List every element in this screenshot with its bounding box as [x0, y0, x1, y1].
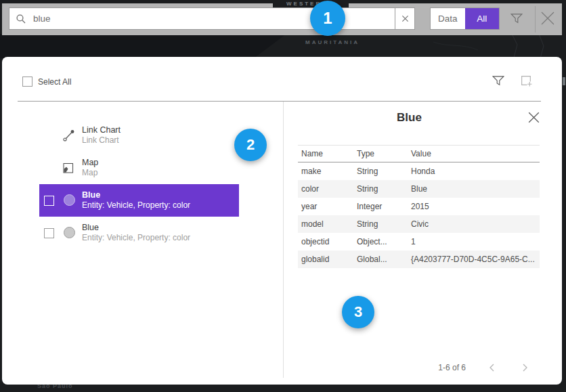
result-icon-slot — [64, 129, 76, 141]
square-plus-icon — [520, 74, 533, 87]
column-header-type: Type — [353, 149, 408, 158]
result-subtitle: Map — [82, 168, 98, 177]
cell-type: String — [353, 167, 408, 176]
cell-value: Honda — [408, 167, 540, 176]
close-x-icon — [540, 10, 556, 26]
search-box[interactable] — [9, 7, 415, 30]
result-item[interactable]: Blue Entity: Vehicle, Property: color — [39, 217, 239, 249]
pagination: 1-6 of 6 — [438, 362, 531, 374]
result-checkbox[interactable] — [44, 228, 54, 238]
result-subtitle: Link Chart — [82, 135, 121, 145]
map-label-mauritania: MAURITANIA — [305, 39, 360, 45]
table-header-row: Name Type Value — [298, 145, 540, 162]
select-all-checkbox[interactable] — [22, 77, 32, 87]
funnel-icon — [492, 74, 504, 87]
close-x-icon — [528, 112, 540, 123]
pagination-label: 1-6 of 6 — [438, 363, 466, 372]
filter-button[interactable] — [510, 12, 523, 24]
toggle-option-all[interactable]: All — [465, 8, 500, 29]
pagination-next-button[interactable] — [519, 362, 531, 374]
table-row: color String Blue — [298, 180, 540, 198]
chevron-right-icon — [521, 363, 528, 372]
cell-value: 1 — [408, 237, 540, 246]
callout-3: 3 — [342, 296, 374, 328]
funnel-icon — [510, 12, 523, 24]
properties-table: Name Type Value make String Honda color … — [298, 145, 540, 268]
search-icon — [16, 14, 26, 24]
result-icon-slot — [64, 227, 76, 239]
table-body: make String Honda color String Blue year… — [298, 162, 540, 268]
clear-search-button[interactable] — [395, 8, 414, 29]
cell-value: Civic — [408, 219, 540, 229]
select-all-label: Select All — [38, 77, 71, 87]
result-title: Blue — [82, 190, 190, 200]
pagination-prev-button[interactable] — [486, 362, 498, 374]
callout-2: 2 — [234, 129, 267, 161]
cell-name: color — [298, 184, 353, 194]
column-header-value: Value — [408, 149, 540, 158]
result-title: Map — [82, 158, 98, 168]
result-text: Blue Entity: Vehicle, Property: color — [82, 190, 190, 210]
cell-value: Blue — [408, 184, 540, 194]
cell-type: Global... — [353, 255, 408, 264]
cell-value: {A4203777-D70D-4C5C-9A65-C... — [408, 255, 540, 264]
cell-value: 2015 — [408, 202, 540, 211]
results-filter-button[interactable] — [492, 74, 504, 87]
scrollbar-thumb[interactable] — [563, 77, 565, 85]
result-text: Map Map — [82, 158, 98, 177]
result-checkbox[interactable] — [44, 196, 54, 206]
result-title: Link Chart — [82, 125, 121, 135]
clear-x-icon — [401, 15, 409, 22]
table-row: make String Honda — [298, 162, 540, 180]
app-window: MAURITANIA São Paulo Data All — [0, 0, 566, 392]
result-item[interactable]: Blue Entity: Vehicle, Property: color — [39, 184, 239, 217]
details-close-button[interactable] — [528, 112, 540, 123]
column-header-name: Name — [298, 149, 353, 158]
cell-name: globalid — [298, 255, 353, 264]
cell-name: year — [298, 202, 353, 211]
table-row: globalid Global... {A4203777-D70D-4C5C-9… — [298, 251, 540, 268]
result-subtitle: Entity: Vehicle, Property: color — [82, 200, 190, 210]
result-title: Blue — [82, 223, 190, 233]
toolbar-divider — [535, 6, 536, 32]
details-pane: Blue Name Type Value make String Honda c… — [284, 102, 562, 385]
search-toolbar: Data All — [2, 3, 562, 35]
link-chart-icon — [62, 129, 76, 142]
search-results-panel: Select All — [2, 57, 562, 385]
cell-type: Object... — [353, 237, 408, 246]
scope-toggle: Data All — [430, 7, 500, 30]
details-title: Blue — [284, 111, 535, 125]
cell-type: String — [353, 219, 408, 229]
callout-1: 1 — [310, 1, 345, 36]
result-subtitle: Entity: Vehicle, Property: color — [82, 233, 190, 242]
cell-name: make — [298, 167, 353, 176]
table-row: model String Civic — [298, 215, 540, 233]
table-row: objectid Object... 1 — [298, 233, 540, 251]
cell-name: model — [298, 219, 353, 229]
result-text: Link Chart Link Chart — [82, 125, 121, 145]
cell-name: objectid — [298, 237, 353, 246]
chevron-left-icon — [489, 363, 496, 372]
table-row: year Integer 2015 — [298, 198, 540, 215]
entity-circle-icon — [64, 227, 75, 238]
add-to-selection-button[interactable] — [520, 74, 533, 87]
map-icon — [62, 162, 74, 174]
result-icon-slot — [64, 162, 76, 174]
entity-circle-icon — [64, 194, 75, 206]
result-item[interactable]: Link Chart Link Chart — [39, 119, 239, 152]
cell-type: Integer — [353, 202, 408, 211]
result-item[interactable]: Map Map — [39, 152, 239, 184]
cell-type: String — [353, 184, 408, 194]
toggle-option-data[interactable]: Data — [431, 8, 465, 29]
result-icon-slot — [64, 194, 76, 206]
result-text: Blue Entity: Vehicle, Property: color — [82, 223, 190, 242]
close-search-button[interactable] — [540, 10, 556, 26]
